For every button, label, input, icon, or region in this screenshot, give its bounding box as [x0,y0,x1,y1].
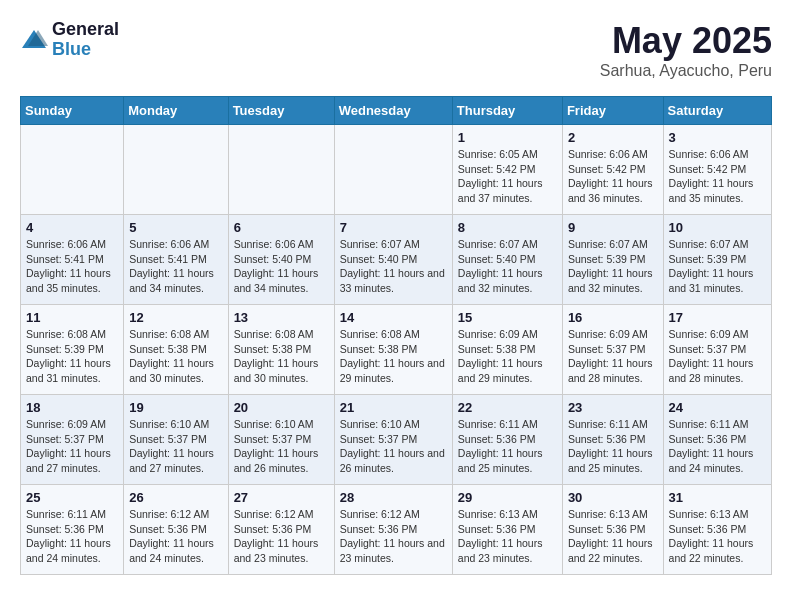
day-info: Sunrise: 6:08 AM Sunset: 5:38 PM Dayligh… [129,327,222,386]
location-subtitle: Sarhua, Ayacucho, Peru [600,62,772,80]
day-info: Sunrise: 6:13 AM Sunset: 5:36 PM Dayligh… [458,507,557,566]
day-info: Sunrise: 6:12 AM Sunset: 5:36 PM Dayligh… [129,507,222,566]
calendar-cell: 24Sunrise: 6:11 AM Sunset: 5:36 PM Dayli… [663,395,771,485]
calendar-cell: 26Sunrise: 6:12 AM Sunset: 5:36 PM Dayli… [124,485,228,575]
day-number: 15 [458,310,557,325]
day-number: 3 [669,130,766,145]
logo: General Blue [20,20,119,60]
day-info: Sunrise: 6:10 AM Sunset: 5:37 PM Dayligh… [340,417,447,476]
day-info: Sunrise: 6:05 AM Sunset: 5:42 PM Dayligh… [458,147,557,206]
weekday-header-thursday: Thursday [452,97,562,125]
day-number: 24 [669,400,766,415]
calendar-cell [334,125,452,215]
day-info: Sunrise: 6:06 AM Sunset: 5:42 PM Dayligh… [669,147,766,206]
day-info: Sunrise: 6:11 AM Sunset: 5:36 PM Dayligh… [568,417,658,476]
calendar-cell: 30Sunrise: 6:13 AM Sunset: 5:36 PM Dayli… [562,485,663,575]
day-info: Sunrise: 6:12 AM Sunset: 5:36 PM Dayligh… [340,507,447,566]
day-number: 22 [458,400,557,415]
calendar-cell [228,125,334,215]
day-number: 29 [458,490,557,505]
day-info: Sunrise: 6:13 AM Sunset: 5:36 PM Dayligh… [568,507,658,566]
weekday-header-friday: Friday [562,97,663,125]
day-info: Sunrise: 6:06 AM Sunset: 5:40 PM Dayligh… [234,237,329,296]
day-info: Sunrise: 6:08 AM Sunset: 5:38 PM Dayligh… [234,327,329,386]
calendar-week-row: 4Sunrise: 6:06 AM Sunset: 5:41 PM Daylig… [21,215,772,305]
day-number: 13 [234,310,329,325]
day-number: 31 [669,490,766,505]
calendar-cell: 7Sunrise: 6:07 AM Sunset: 5:40 PM Daylig… [334,215,452,305]
day-number: 11 [26,310,118,325]
day-number: 2 [568,130,658,145]
day-number: 10 [669,220,766,235]
calendar-cell: 12Sunrise: 6:08 AM Sunset: 5:38 PM Dayli… [124,305,228,395]
calendar-table: SundayMondayTuesdayWednesdayThursdayFrid… [20,96,772,575]
day-info: Sunrise: 6:09 AM Sunset: 5:37 PM Dayligh… [26,417,118,476]
day-info: Sunrise: 6:10 AM Sunset: 5:37 PM Dayligh… [129,417,222,476]
day-number: 19 [129,400,222,415]
calendar-cell: 11Sunrise: 6:08 AM Sunset: 5:39 PM Dayli… [21,305,124,395]
calendar-cell: 27Sunrise: 6:12 AM Sunset: 5:36 PM Dayli… [228,485,334,575]
calendar-cell: 3Sunrise: 6:06 AM Sunset: 5:42 PM Daylig… [663,125,771,215]
calendar-cell: 2Sunrise: 6:06 AM Sunset: 5:42 PM Daylig… [562,125,663,215]
logo-icon [20,26,48,54]
weekday-header-sunday: Sunday [21,97,124,125]
calendar-cell: 13Sunrise: 6:08 AM Sunset: 5:38 PM Dayli… [228,305,334,395]
calendar-cell: 25Sunrise: 6:11 AM Sunset: 5:36 PM Dayli… [21,485,124,575]
calendar-week-row: 18Sunrise: 6:09 AM Sunset: 5:37 PM Dayli… [21,395,772,485]
day-info: Sunrise: 6:09 AM Sunset: 5:37 PM Dayligh… [568,327,658,386]
day-info: Sunrise: 6:09 AM Sunset: 5:38 PM Dayligh… [458,327,557,386]
weekday-header-saturday: Saturday [663,97,771,125]
calendar-cell: 8Sunrise: 6:07 AM Sunset: 5:40 PM Daylig… [452,215,562,305]
month-year-title: May 2025 [600,20,772,62]
title-block: May 2025 Sarhua, Ayacucho, Peru [600,20,772,80]
day-info: Sunrise: 6:11 AM Sunset: 5:36 PM Dayligh… [26,507,118,566]
calendar-cell: 31Sunrise: 6:13 AM Sunset: 5:36 PM Dayli… [663,485,771,575]
calendar-cell: 15Sunrise: 6:09 AM Sunset: 5:38 PM Dayli… [452,305,562,395]
day-info: Sunrise: 6:07 AM Sunset: 5:40 PM Dayligh… [340,237,447,296]
day-info: Sunrise: 6:06 AM Sunset: 5:41 PM Dayligh… [26,237,118,296]
page-header: General Blue May 2025 Sarhua, Ayacucho, … [20,20,772,80]
weekday-header-tuesday: Tuesday [228,97,334,125]
calendar-cell: 28Sunrise: 6:12 AM Sunset: 5:36 PM Dayli… [334,485,452,575]
day-number: 5 [129,220,222,235]
calendar-cell: 17Sunrise: 6:09 AM Sunset: 5:37 PM Dayli… [663,305,771,395]
calendar-cell: 22Sunrise: 6:11 AM Sunset: 5:36 PM Dayli… [452,395,562,485]
day-number: 16 [568,310,658,325]
calendar-cell: 19Sunrise: 6:10 AM Sunset: 5:37 PM Dayli… [124,395,228,485]
calendar-cell: 10Sunrise: 6:07 AM Sunset: 5:39 PM Dayli… [663,215,771,305]
day-info: Sunrise: 6:07 AM Sunset: 5:39 PM Dayligh… [568,237,658,296]
weekday-header-row: SundayMondayTuesdayWednesdayThursdayFrid… [21,97,772,125]
day-number: 23 [568,400,658,415]
day-info: Sunrise: 6:11 AM Sunset: 5:36 PM Dayligh… [458,417,557,476]
day-number: 4 [26,220,118,235]
calendar-week-row: 1Sunrise: 6:05 AM Sunset: 5:42 PM Daylig… [21,125,772,215]
day-info: Sunrise: 6:09 AM Sunset: 5:37 PM Dayligh… [669,327,766,386]
calendar-cell: 20Sunrise: 6:10 AM Sunset: 5:37 PM Dayli… [228,395,334,485]
day-number: 12 [129,310,222,325]
day-number: 17 [669,310,766,325]
day-number: 21 [340,400,447,415]
day-number: 14 [340,310,447,325]
day-number: 6 [234,220,329,235]
logo-blue: Blue [52,40,119,60]
day-number: 27 [234,490,329,505]
day-info: Sunrise: 6:08 AM Sunset: 5:38 PM Dayligh… [340,327,447,386]
weekday-header-monday: Monday [124,97,228,125]
day-number: 25 [26,490,118,505]
day-info: Sunrise: 6:07 AM Sunset: 5:40 PM Dayligh… [458,237,557,296]
calendar-cell: 9Sunrise: 6:07 AM Sunset: 5:39 PM Daylig… [562,215,663,305]
day-number: 18 [26,400,118,415]
weekday-header-wednesday: Wednesday [334,97,452,125]
day-info: Sunrise: 6:10 AM Sunset: 5:37 PM Dayligh… [234,417,329,476]
day-info: Sunrise: 6:13 AM Sunset: 5:36 PM Dayligh… [669,507,766,566]
calendar-cell: 6Sunrise: 6:06 AM Sunset: 5:40 PM Daylig… [228,215,334,305]
day-info: Sunrise: 6:11 AM Sunset: 5:36 PM Dayligh… [669,417,766,476]
day-number: 20 [234,400,329,415]
day-info: Sunrise: 6:12 AM Sunset: 5:36 PM Dayligh… [234,507,329,566]
calendar-week-row: 25Sunrise: 6:11 AM Sunset: 5:36 PM Dayli… [21,485,772,575]
calendar-cell: 5Sunrise: 6:06 AM Sunset: 5:41 PM Daylig… [124,215,228,305]
calendar-cell: 1Sunrise: 6:05 AM Sunset: 5:42 PM Daylig… [452,125,562,215]
day-info: Sunrise: 6:06 AM Sunset: 5:41 PM Dayligh… [129,237,222,296]
day-number: 7 [340,220,447,235]
day-number: 9 [568,220,658,235]
